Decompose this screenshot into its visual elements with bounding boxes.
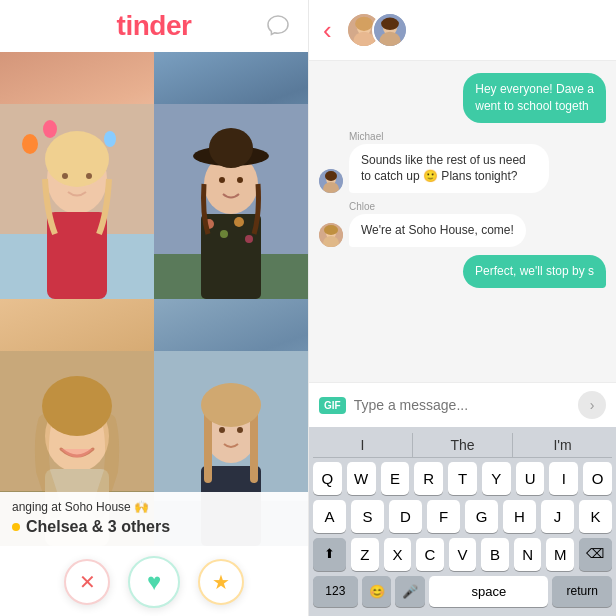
svg-point-19 (209, 128, 253, 168)
key-mic[interactable]: 🎤 (395, 576, 425, 607)
chat-avatars (346, 12, 408, 48)
message-row: Michael Sounds like the rest of us need … (319, 131, 606, 194)
key-emoji[interactable]: 😊 (362, 576, 392, 607)
right-panel: ‹ H (308, 0, 616, 616)
suggestion-im[interactable]: I'm (513, 433, 612, 457)
key-space[interactable]: space (429, 576, 548, 607)
svg-point-5 (62, 173, 68, 179)
key-delete[interactable]: ⌫ (579, 538, 612, 571)
keyboard-row-4: 123 😊 🎤 space return (313, 576, 612, 607)
key-123[interactable]: 123 (313, 576, 358, 607)
svg-point-4 (45, 131, 109, 187)
keyboard-row-3: ⬆ Z X C V B N M ⌫ (313, 538, 612, 571)
keyboard-row-1: Q W E R T Y U I O (313, 462, 612, 495)
key-v[interactable]: V (449, 538, 477, 571)
svg-point-9 (104, 131, 116, 147)
suggestion-the[interactable]: The (413, 433, 513, 457)
svg-point-21 (237, 177, 243, 183)
message-row: Perfect, we'll stop by s (319, 255, 606, 288)
key-z[interactable]: Z (351, 538, 379, 571)
key-return[interactable]: return (552, 576, 612, 607)
michael-avatar (319, 169, 343, 193)
svg-point-8 (43, 120, 57, 138)
key-w[interactable]: W (347, 462, 376, 495)
key-q[interactable]: Q (313, 462, 342, 495)
photo-grid: anging at Soho House 🙌 Chelsea & 3 other… (0, 52, 308, 546)
message-sender: Michael (319, 131, 383, 142)
left-header: tinder (0, 0, 308, 52)
gif-button[interactable]: GIF (319, 397, 346, 414)
tinder-logo: tinder (117, 10, 192, 42)
key-r[interactable]: R (414, 462, 443, 495)
key-shift[interactable]: ⬆ (313, 538, 346, 571)
like-button[interactable]: ♥ (128, 556, 180, 608)
message-row: Hey everyone! Dave awent to school toget… (319, 73, 606, 123)
chat-header: ‹ (309, 0, 616, 61)
svg-point-37 (237, 427, 243, 433)
profile-bottom: anging at Soho House 🙌 Chelsea & 3 other… (0, 492, 308, 546)
svg-point-49 (325, 171, 337, 181)
suggestion-i[interactable]: I (313, 433, 413, 457)
message-sender: Chloe (319, 201, 375, 212)
key-j[interactable]: J (541, 500, 574, 533)
key-g[interactable]: G (465, 500, 498, 533)
photo-top-right[interactable] (154, 52, 308, 299)
messages-area: Hey everyone! Dave awent to school toget… (309, 61, 616, 382)
key-d[interactable]: D (389, 500, 422, 533)
key-c[interactable]: C (416, 538, 444, 571)
key-t[interactable]: T (448, 462, 477, 495)
online-dot (12, 523, 20, 531)
keyboard: I The I'm Q W E R T Y U I O A S D F G H … (309, 427, 616, 616)
svg-point-16 (245, 235, 253, 243)
location-tag: anging at Soho House 🙌 (12, 500, 296, 514)
key-h[interactable]: H (503, 500, 536, 533)
key-u[interactable]: U (516, 462, 545, 495)
svg-point-26 (42, 376, 112, 436)
message-row: Chloe We're at Soho House, come! (319, 201, 606, 247)
svg-point-45 (381, 18, 399, 30)
super-like-button[interactable]: ★ (198, 559, 244, 605)
photo-top-left[interactable] (0, 52, 154, 299)
message-with-avatar: Sounds like the rest of us need to catch… (319, 144, 549, 194)
message-icon[interactable] (264, 12, 292, 40)
profile-name: Chelsea & 3 others (12, 518, 296, 536)
back-button[interactable]: ‹ (323, 15, 332, 46)
svg-point-53 (324, 225, 338, 235)
svg-point-15 (234, 217, 244, 227)
svg-point-6 (86, 173, 92, 179)
message-input[interactable] (354, 397, 570, 413)
svg-point-41 (355, 17, 373, 31)
message-bubble-received: Sounds like the rest of us need to catch… (349, 144, 549, 194)
key-a[interactable]: A (313, 500, 346, 533)
key-b[interactable]: B (481, 538, 509, 571)
key-i[interactable]: I (549, 462, 578, 495)
svg-point-20 (219, 177, 225, 183)
key-x[interactable]: X (384, 538, 412, 571)
keyboard-suggestions: I The I'm (313, 433, 612, 458)
key-n[interactable]: N (514, 538, 542, 571)
chat-input-row: GIF › (309, 382, 616, 427)
message-bubble-sent: Perfect, we'll stop by s (463, 255, 606, 288)
key-m[interactable]: M (546, 538, 574, 571)
message-with-avatar: We're at Soho House, come! (319, 214, 526, 247)
svg-point-14 (220, 230, 228, 238)
key-s[interactable]: S (351, 500, 384, 533)
left-panel: tinder (0, 0, 308, 616)
avatar-2 (372, 12, 408, 48)
action-bar: ✕ ♥ ★ (0, 546, 308, 616)
message-bubble-sent: Hey everyone! Dave awent to school toget… (463, 73, 606, 123)
keyboard-row-2: A S D F G H J K (313, 500, 612, 533)
message-bubble-received: We're at Soho House, come! (349, 214, 526, 247)
key-o[interactable]: O (583, 462, 612, 495)
key-e[interactable]: E (381, 462, 410, 495)
key-y[interactable]: Y (482, 462, 511, 495)
key-k[interactable]: K (579, 500, 612, 533)
svg-point-36 (219, 427, 225, 433)
svg-point-7 (22, 134, 38, 154)
svg-point-35 (201, 383, 261, 427)
dislike-button[interactable]: ✕ (64, 559, 110, 605)
send-button[interactable]: › (578, 391, 606, 419)
svg-rect-3 (47, 212, 107, 299)
chloe-avatar (319, 223, 343, 247)
key-f[interactable]: F (427, 500, 460, 533)
